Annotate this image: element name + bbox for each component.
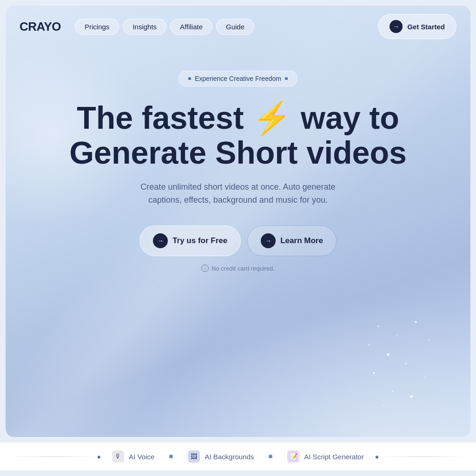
ai-backgrounds-label: AI Backgrounds xyxy=(205,453,254,461)
ai-backgrounds-icon: 🖼 xyxy=(188,450,200,463)
info-icon: i xyxy=(201,264,209,272)
hero-content: Experience Creative Freedom The fastest … xyxy=(6,47,470,437)
ai-voice-icon: 🎙 xyxy=(112,450,124,463)
no-credit-text: No credit card required. xyxy=(212,265,275,272)
ticker-separator-1 xyxy=(169,455,173,458)
ticker-item-script: 📝 AI Script Generator xyxy=(276,450,375,463)
get-started-button[interactable]: → Get Started xyxy=(378,14,456,39)
nav-links: Pricings Insights Affiliate Guide xyxy=(75,19,254,35)
ticker-diamond-start: ◆ xyxy=(97,454,101,459)
badge-dot-left xyxy=(188,77,191,80)
learn-more-label: Learn More xyxy=(280,236,323,245)
ai-script-icon: 📝 xyxy=(287,450,299,463)
get-started-arrow-icon: → xyxy=(390,20,403,33)
ticker-line-left xyxy=(9,456,97,457)
hero-title-line1: The fastest ⚡ way to xyxy=(77,100,399,135)
ticker-bar: ◆ 🎙 AI Voice 🖼 AI Backgrounds 📝 AI Scrip… xyxy=(0,443,476,470)
try-free-arrow-icon: → xyxy=(153,233,168,248)
hero-title-line2: Generate Short videos xyxy=(69,135,407,170)
nav-guide[interactable]: Guide xyxy=(216,19,254,35)
learn-more-button[interactable]: → Learn More xyxy=(247,225,337,256)
nav-pricings[interactable]: Pricings xyxy=(75,19,119,35)
nav-insights[interactable]: Insights xyxy=(123,19,166,35)
get-started-label: Get Started xyxy=(407,23,445,31)
hero-subtitle: Create unlimited short videos at once. A… xyxy=(126,180,350,207)
ticker-line-right xyxy=(379,456,467,457)
page-wrapper: CRAYO Pricings Insights Affiliate Guide … xyxy=(0,0,476,476)
logo[interactable]: CRAYO xyxy=(20,20,61,34)
ticker-separator-2 xyxy=(269,455,272,458)
ai-script-label: AI Script Generator xyxy=(304,453,364,461)
learn-more-arrow-icon: → xyxy=(261,233,276,248)
try-free-button[interactable]: → Try us for Free xyxy=(139,225,241,256)
hero-title: The fastest ⚡ way to Generate Short vide… xyxy=(69,100,407,170)
try-free-label: Try us for Free xyxy=(172,236,227,245)
ai-voice-label: AI Voice xyxy=(129,453,154,461)
badge-dot-right xyxy=(285,77,288,80)
no-credit-notice: i No credit card required. xyxy=(201,264,275,272)
ticker-diamond-end: ◆ xyxy=(375,454,379,459)
hero-badge: Experience Creative Freedom xyxy=(178,71,298,86)
ticker-item-backgrounds: 🖼 AI Backgrounds xyxy=(177,450,265,463)
badge-text: Experience Creative Freedom xyxy=(195,75,281,82)
cta-buttons: → Try us for Free → Learn More xyxy=(139,225,337,256)
nav-affiliate[interactable]: Affiliate xyxy=(170,19,212,35)
navbar: CRAYO Pricings Insights Affiliate Guide … xyxy=(6,6,470,47)
hero-section: CRAYO Pricings Insights Affiliate Guide … xyxy=(6,6,470,437)
ticker-item-voice: 🎙 AI Voice xyxy=(101,450,165,463)
